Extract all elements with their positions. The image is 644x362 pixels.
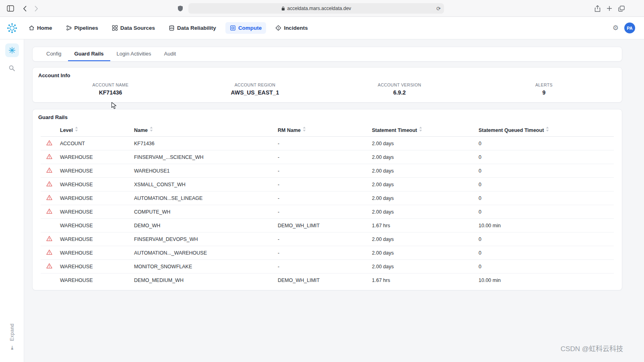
cell-name: KF71436 (132, 137, 275, 150)
sidebar-item-explore[interactable] (5, 61, 19, 75)
expand-control[interactable]: Expand ⇥ (0, 323, 24, 351)
url-text: acceldata.mars.acceldata.dev (287, 6, 351, 11)
account-name-field: ACCOUNT NAME KF71436 (38, 82, 183, 96)
sort-icon[interactable] (419, 127, 422, 133)
browser-toolbar: acceldata.mars.acceldata.dev ⟳ (0, 0, 644, 17)
table-row[interactable]: WAREHOUSE WAREHOUSE1 - 2.00 days 0 (41, 164, 614, 178)
app-header: Home Pipelines Data Sources Data Reliabi… (0, 17, 644, 39)
sort-icon[interactable] (75, 127, 78, 133)
cell-rm-name: - (275, 178, 369, 191)
column-label: RM Name (278, 128, 301, 133)
tab-bar: Config Guard Rails Login Activities Audi… (32, 47, 622, 62)
guard-rails-table: Level Name RM Name Statement Timeout Sta… (41, 123, 614, 287)
acceldata-logo[interactable] (0, 22, 24, 35)
table-row[interactable]: ACCOUNT KF71436 - 2.00 days 0 (41, 137, 614, 150)
warning-icon (46, 210, 52, 215)
tab-config[interactable]: Config (40, 47, 68, 61)
left-sidebar: Expand ⇥ (0, 39, 24, 362)
cell-level: WAREHOUSE (58, 205, 132, 219)
nav-item-label: Data Reliability (177, 25, 216, 31)
cell-statement-timeout: 2.00 days (369, 178, 476, 191)
cell-name: AUTOMATION...SE_LINEAGE (132, 191, 275, 205)
warning-icon (46, 141, 52, 147)
cell-name: COMPUTE_WH (132, 205, 275, 219)
column-label: Level (60, 128, 73, 133)
nav-item-data-reliability[interactable]: Data Reliability (164, 22, 221, 34)
home-icon (29, 25, 35, 31)
column-header-name[interactable]: Name (132, 123, 275, 137)
cell-statement-queued-timeout: 10.00 min (476, 274, 614, 287)
warning-icon (46, 169, 52, 174)
new-tab-icon[interactable] (605, 4, 614, 13)
cell-statement-timeout: 2.00 days (369, 150, 476, 164)
table-row[interactable]: WAREHOUSE COMPUTE_WH - 2.00 days 0 (41, 205, 614, 219)
cell-level: WAREHOUSE (58, 191, 132, 205)
column-header-level[interactable]: Level (58, 123, 132, 137)
column-header-rm-name[interactable]: RM Name (275, 123, 369, 137)
field-label: ALERTS (472, 82, 616, 87)
sort-icon[interactable] (150, 127, 153, 133)
cell-statement-timeout: 1.67 hrs (369, 219, 476, 232)
guard-rails-title: Guard Rails (38, 114, 616, 120)
column-header-statement-queued-timeout[interactable]: Statement Queued Timeout (476, 123, 614, 137)
cell-name: DEMO_MEDIUM_WH (132, 274, 275, 287)
shield-icon[interactable] (175, 4, 185, 13)
back-icon[interactable] (20, 4, 29, 13)
cell-statement-timeout: 2.00 days (369, 246, 476, 260)
main-content: Config Guard Rails Login Activities Audi… (24, 39, 644, 362)
forward-icon[interactable] (31, 4, 41, 13)
cell-statement-timeout: 2.00 days (369, 260, 476, 274)
cell-name: AUTOMATION..._WAREHOUSE (132, 246, 275, 260)
reload-icon[interactable]: ⟳ (436, 6, 441, 12)
column-label: Statement Timeout (372, 128, 417, 133)
tab-audit[interactable]: Audit (158, 47, 183, 61)
table-row[interactable]: WAREHOUSE FINSERVAM_DEVOPS_WH - 2.00 day… (41, 232, 614, 246)
table-row[interactable]: WAREHOUSE MONITOR_SNOWFLAKE - 2.00 days … (41, 260, 614, 274)
nav-item-incidents[interactable]: Incidents (271, 22, 312, 34)
data-sources-icon (112, 25, 118, 31)
alerts-field: ALERTS 9 (472, 82, 616, 96)
cell-level: WAREHOUSE (58, 232, 132, 246)
settings-gear-icon[interactable]: ⚙ (613, 24, 619, 32)
table-row[interactable]: WAREHOUSE XSMALL_CONST_WH - 2.00 days 0 (41, 178, 614, 191)
tab-label: Login Activities (117, 51, 151, 57)
nav-item-pipelines[interactable]: Pipelines (62, 22, 103, 34)
user-avatar[interactable]: PA (624, 23, 635, 33)
tab-label: Config (46, 51, 62, 57)
table-row[interactable]: WAREHOUSE DEMO_MEDIUM_WH DEMO_WH_LIMIT 1… (41, 274, 614, 287)
sidebar-toggle-icon[interactable] (6, 4, 15, 13)
cell-statement-queued-timeout: 10.00 min (476, 219, 614, 232)
share-icon[interactable] (592, 4, 602, 13)
cell-statement-queued-timeout: 0 (476, 150, 614, 164)
sort-icon[interactable] (303, 127, 306, 133)
sidebar-item-snowflake[interactable] (5, 43, 19, 57)
cell-rm-name: - (275, 205, 369, 219)
cell-rm-name: - (275, 164, 369, 178)
table-row[interactable]: WAREHOUSE AUTOMATION...SE_LINEAGE - 2.00… (41, 191, 614, 205)
cell-rm-name: - (275, 246, 369, 260)
nav-item-compute[interactable]: Compute (225, 22, 266, 34)
tab-login-activities[interactable]: Login Activities (110, 47, 158, 61)
cell-statement-queued-timeout: 0 (476, 260, 614, 274)
tab-overview-icon[interactable] (617, 4, 626, 13)
cell-level: WAREHOUSE (58, 178, 132, 191)
cell-level: WAREHOUSE (58, 246, 132, 260)
account-region-field: ACCOUNT REGION AWS_US_EAST_1 (183, 82, 327, 96)
sort-icon[interactable] (546, 127, 549, 133)
table-row[interactable]: WAREHOUSE FINSERVAM_...SCIENCE_WH - 2.00… (41, 150, 614, 164)
warning-icon (46, 196, 52, 202)
cell-rm-name: - (275, 260, 369, 274)
cell-statement-queued-timeout: 0 (476, 232, 614, 246)
cell-name: FINSERVAM_DEVOPS_WH (132, 232, 275, 246)
column-header-statement-timeout[interactable]: Statement Timeout (369, 123, 476, 137)
tab-label: Audit (164, 51, 176, 57)
cell-statement-timeout: 2.00 days (369, 137, 476, 150)
table-row[interactable]: WAREHOUSE DEMO_WH DEMO_WH_LIMIT 1.67 hrs… (41, 219, 614, 232)
cell-statement-queued-timeout: 0 (476, 164, 614, 178)
nav-item-home[interactable]: Home (24, 22, 57, 34)
tab-guard-rails[interactable]: Guard Rails (68, 47, 110, 61)
nav-item-data-sources[interactable]: Data Sources (107, 22, 159, 34)
address-bar[interactable]: acceldata.mars.acceldata.dev ⟳ (188, 3, 444, 14)
cell-name: WAREHOUSE1 (132, 164, 275, 178)
table-row[interactable]: WAREHOUSE AUTOMATION..._WAREHOUSE - 2.00… (41, 246, 614, 260)
